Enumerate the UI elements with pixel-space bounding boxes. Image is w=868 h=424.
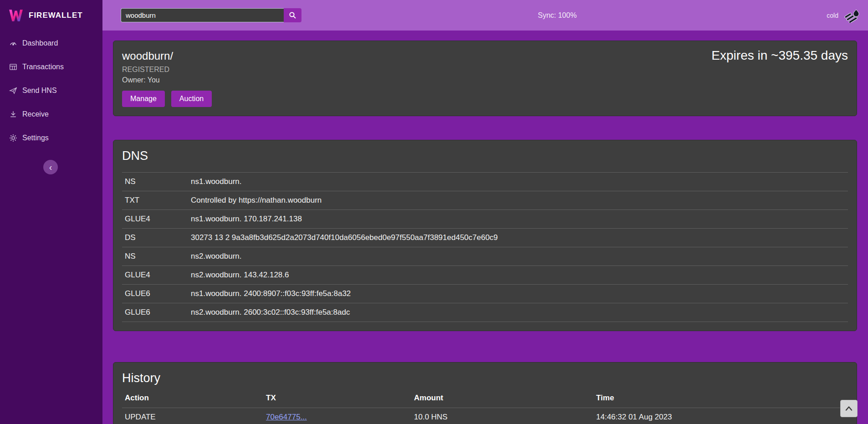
domain-status: REGISTERED [122,66,848,74]
dns-record-type: GLUE6 [122,303,188,322]
dns-record-type: GLUE4 [122,266,188,285]
sidebar-item-receive[interactable]: Receive [0,102,102,126]
dns-record-value: 30273 13 2 9a3a8fb3d625d2a2073d740f10da6… [188,229,848,247]
main-content: woodburn/ REGISTERED Owner: You Manage A… [102,31,868,424]
cold-wallet-hand-icon[interactable] [842,8,862,23]
history-header-row: Action TX Amount Time [122,389,848,408]
brand: FIREWALLET [0,0,102,31]
wallet-mode: cold [827,0,862,31]
sidebar-item-label: Settings [22,134,49,142]
history-title: History [122,371,848,385]
sidebar-collapse-button[interactable]: ‹ [43,160,58,174]
dns-record-row: GLUE4 ns2.woodburn. 143.42.128.6 [122,266,848,285]
topbar: Sync: 100% cold [102,0,868,31]
domain-expiry: Expires in ~395.35 days [711,48,848,63]
domain-actions: Manage Auction [122,91,848,107]
domain-owner: Owner: You [122,76,848,84]
dns-record-row: GLUE4 ns1.woodburn. 170.187.241.138 [122,210,848,229]
transactions-icon [9,63,17,71]
history-table: Action TX Amount Time UPDATE 70e64775...… [122,389,848,424]
sync-status: Sync: 100% [538,0,577,31]
dns-record-row: DS 30273 13 2 9a3a8fb3d625d2a2073d740f10… [122,229,848,247]
search-button[interactable] [284,8,301,22]
history-row: UPDATE 70e64775... 10.0 HNS 14:46:32 01 … [122,408,848,424]
dns-record-row: TXT Controlled by https://nathan.woodbur… [122,191,848,210]
search-bar [121,8,301,22]
dns-record-value: ns1.woodburn. [188,173,848,191]
dns-record-value: Controlled by https://nathan.woodburn [188,191,848,210]
sidebar-item-dashboard[interactable]: Dashboard [0,31,102,55]
scroll-to-top-button[interactable] [840,400,858,417]
sidebar-item-send-hns[interactable]: Send HNS [0,79,102,102]
dns-record-type: TXT [122,191,188,210]
wallet-mode-label: cold [827,12,838,19]
sidebar-item-label: Send HNS [22,87,57,95]
dns-record-type: NS [122,247,188,266]
dns-record-row: GLUE6 ns2.woodburn. 2600:3c02::f03c:93ff… [122,303,848,322]
history-card: History Action TX Amount Time UPDATE 70e… [113,362,857,424]
chevron-up-icon [844,404,853,413]
dns-record-type: GLUE6 [122,285,188,303]
dns-record-type: GLUE4 [122,210,188,229]
sidebar-nav: Dashboard Transactions Send HNS [0,31,102,150]
dns-record-value: ns1.woodburn. 170.187.241.138 [188,210,848,229]
history-time: 14:46:32 01 Aug 2023 [593,408,848,424]
sidebar-item-label: Dashboard [22,39,58,47]
history-action: UPDATE [122,408,263,424]
domain-card: woodburn/ REGISTERED Owner: You Manage A… [113,41,857,116]
tx-link[interactable]: 70e64775... [266,413,307,421]
auction-button[interactable]: Auction [171,91,212,107]
dns-record-type: DS [122,229,188,247]
brand-name: FIREWALLET [29,11,83,20]
dns-record-type: NS [122,173,188,191]
manage-button[interactable]: Manage [122,91,165,107]
app-window: FIREWALLET Dashboard Transactions [0,0,868,424]
chevron-left-icon: ‹ [49,162,52,172]
search-icon [289,11,296,19]
history-col-amount: Amount [411,389,593,408]
send-icon [9,87,17,95]
receive-icon [9,110,17,118]
dns-record-value: ns2.woodburn. 143.42.128.6 [188,266,848,285]
dns-record-value: ns2.woodburn. [188,247,848,266]
search-input[interactable] [121,8,284,22]
dns-record-value: ns1.woodburn. 2400:8907::f03c:93ff:fe5a:… [188,285,848,303]
dns-title: DNS [122,149,848,163]
sidebar: FIREWALLET Dashboard Transactions [0,0,102,424]
dns-card: DNS NS ns1.woodburn. TXT Controlled by h… [113,140,857,331]
history-amount: 10.0 HNS [411,408,593,424]
dns-record-row: NS ns1.woodburn. [122,173,848,191]
gear-icon [9,134,17,142]
sidebar-item-label: Receive [22,110,49,118]
history-col-tx: TX [263,389,411,408]
dns-record-value: ns2.woodburn. 2600:3c02::f03c:93ff:fe5a:… [188,303,848,322]
dns-record-row: GLUE6 ns1.woodburn. 2400:8907::f03c:93ff… [122,285,848,303]
sidebar-item-label: Transactions [22,63,64,71]
sidebar-item-transactions[interactable]: Transactions [0,55,102,79]
history-col-action: Action [122,389,263,408]
dns-table: NS ns1.woodburn. TXT Controlled by https… [122,172,848,322]
firewallet-logo-icon [8,9,24,22]
history-col-time: Time [593,389,848,408]
dashboard-icon [9,39,17,47]
sidebar-item-settings[interactable]: Settings [0,126,102,150]
dns-record-row: NS ns2.woodburn. [122,247,848,266]
